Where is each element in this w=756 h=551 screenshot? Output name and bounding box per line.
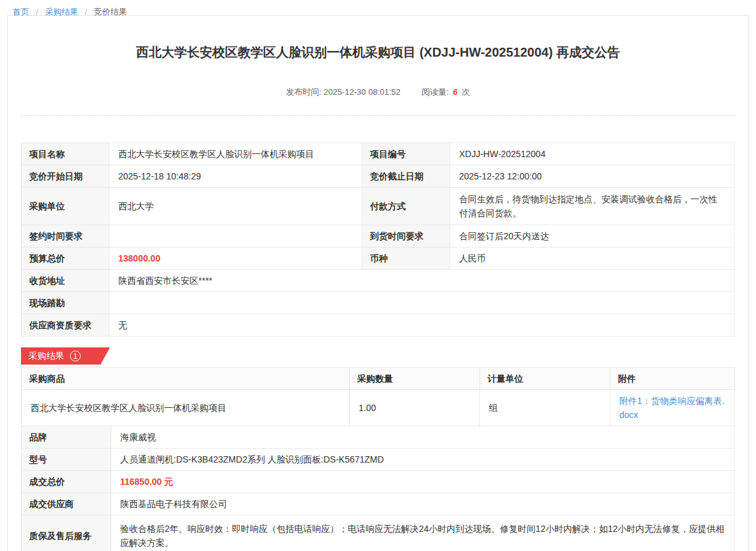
table-row: 采购单位 西北大学 付款方式 合同生效后，待货物到达指定地点、安装调试验收合格后… xyxy=(22,188,735,225)
publish-meta: 发布时间: 2025-12-30 08:01:52 阅读量: 6 次 xyxy=(21,87,735,98)
column-header-attachment: 附件 xyxy=(610,368,735,390)
column-header-product: 采购商品 xyxy=(22,368,350,390)
purchase-result-badge-label: 采购结果 xyxy=(29,351,64,362)
model-value: 人员通道闸机:DS-K3B423ZMD2系列 人脸识别面板:DS-K5671ZM… xyxy=(111,449,735,471)
column-header-quantity: 采购数量 xyxy=(350,368,480,390)
field-value: 人民币 xyxy=(450,248,735,270)
field-value: 合同生效后，待货物到达指定地点、安装调试验收合格后，一次性付清合同货款。 xyxy=(450,188,735,225)
table-row: 供应商资质要求 无 xyxy=(22,314,735,337)
warranty-value: 验收合格后2年。响应时效：即时响应（包括电话响应）；电话响应无法解决24小时内到… xyxy=(111,515,735,551)
purchase-result-badge-count: 1 xyxy=(70,351,81,361)
field-label: 到货时间要求 xyxy=(362,225,450,248)
field-value: 2025-12-23 12:00:00 xyxy=(450,165,735,188)
page-title: 西北大学长安校区教学区人脸识别一体机采购项目 (XDJJ-HW-20251200… xyxy=(21,44,735,61)
field-label: 收货地址 xyxy=(22,270,109,292)
breadcrumb: 首页 / 采购结果 / 竞价结果 xyxy=(0,0,756,15)
title-block: 西北大学长安校区教学区人脸识别一体机采购项目 (XDJJ-HW-20251200… xyxy=(21,44,735,116)
breadcrumb-separator: / xyxy=(36,7,39,17)
field-label: 成交供应商 xyxy=(22,493,111,515)
field-label: 质保及售后服务 xyxy=(22,515,111,551)
deal-total-price-value: 116850.00 元 xyxy=(111,471,735,493)
field-label: 成交总价 xyxy=(22,471,111,493)
field-value: 无 xyxy=(109,314,735,337)
field-label: 项目名称 xyxy=(22,143,109,165)
field-label: 预算总价 xyxy=(22,248,109,270)
field-label: 供应商资质要求 xyxy=(22,314,109,337)
table-row: 签约时间要求 到货时间要求 合同签订后20天内送达 xyxy=(22,225,735,248)
attachment-cell: 附件1：货物类响应偏离表.docx xyxy=(610,390,735,426)
table-header-row: 采购商品 采购数量 计量单位 附件 xyxy=(22,368,735,390)
field-value: 西北大学长安校区教学区人脸识别一体机采购项目 xyxy=(109,143,362,165)
field-value: 西北大学 xyxy=(109,188,362,225)
field-label: 付款方式 xyxy=(362,188,450,225)
table-row: 竞价开始日期 2025-12-18 10:48:29 竞价截止日期 2025-1… xyxy=(22,165,735,188)
table-row: 质保及售后服务 验收合格后2年。响应时效：即时响应（包括电话响应）；电话响应无法… xyxy=(22,515,735,551)
breadcrumb-home-link[interactable]: 首页 xyxy=(13,7,29,17)
field-label: 采购单位 xyxy=(22,188,109,225)
field-label: 项目编号 xyxy=(362,143,450,165)
purchase-result-table: 采购商品 采购数量 计量单位 附件 西北大学长安校区教学区人脸识别一体机采购项目… xyxy=(21,367,735,426)
budget-total-value: 138000.00 xyxy=(109,248,362,270)
field-label: 型号 xyxy=(22,449,111,471)
table-row: 品牌 海康威视 xyxy=(22,426,735,449)
table-row: 项目名称 西北大学长安校区教学区人脸识别一体机采购项目 项目编号 XDJJ-HW… xyxy=(22,143,735,165)
unit-cell: 组 xyxy=(480,390,610,426)
deal-detail-table: 品牌 海康威视 型号 人员通道闸机:DS-K3B423ZMD2系列 人脸识别面板… xyxy=(21,426,735,551)
breadcrumb-separator: / xyxy=(85,7,88,17)
field-label: 竞价开始日期 xyxy=(22,165,109,188)
breadcrumb-current-page: 竞价结果 xyxy=(94,7,127,17)
field-label: 竞价截止日期 xyxy=(362,165,450,188)
purchase-result-badge: 采购结果 1 xyxy=(21,347,110,365)
field-label: 签约时间要求 xyxy=(22,225,109,248)
field-value xyxy=(109,292,735,314)
field-value: 陕西省西安市长安区**** xyxy=(109,270,735,292)
field-value: XDJJ-HW-202512004 xyxy=(450,143,735,165)
read-count-value: 6 xyxy=(453,87,457,97)
announcement-card: 西北大学长安校区教学区人脸识别一体机采购项目 (XDJJ-HW-20251200… xyxy=(7,15,749,551)
table-row: 现场踏勘 xyxy=(22,292,735,314)
breadcrumb-purchase-results-link[interactable]: 采购结果 xyxy=(45,7,78,17)
project-info-table: 项目名称 西北大学长安校区教学区人脸识别一体机采购项目 项目编号 XDJJ-HW… xyxy=(21,143,735,337)
attachment-link[interactable]: 附件1：货物类响应偏离表.docx xyxy=(619,396,725,420)
table-row: 成交总价 116850.00 元 xyxy=(22,471,735,493)
column-header-unit: 计量单位 xyxy=(480,368,610,390)
brand-value: 海康威视 xyxy=(111,426,735,449)
table-row: 成交供应商 陕西基品电子科技有限公司 xyxy=(22,493,735,515)
product-name-cell: 西北大学长安校区教学区人脸识别一体机采购项目 xyxy=(22,390,350,426)
field-value xyxy=(109,225,362,248)
publish-time-label: 发布时间: xyxy=(286,87,322,97)
field-value: 2025-12-18 10:48:29 xyxy=(109,165,362,188)
supplier-value: 陕西基品电子科技有限公司 xyxy=(111,493,735,515)
field-label: 现场踏勘 xyxy=(22,292,109,314)
table-row: 西北大学长安校区教学区人脸识别一体机采购项目 1.00 组 附件1：货物类响应偏… xyxy=(22,390,735,426)
field-label: 品牌 xyxy=(22,426,111,449)
publish-time-value: 2025-12-30 08:01:52 xyxy=(324,87,401,97)
quantity-cell: 1.00 xyxy=(350,390,480,426)
field-value: 合同签订后20天内送达 xyxy=(450,225,735,248)
table-row: 预算总价 138000.00 币种 人民币 xyxy=(22,248,735,270)
table-row: 型号 人员通道闸机:DS-K3B423ZMD2系列 人脸识别面板:DS-K567… xyxy=(22,449,735,471)
table-row: 收货地址 陕西省西安市长安区**** xyxy=(22,270,735,292)
field-label: 币种 xyxy=(362,248,450,270)
read-count-unit: 次 xyxy=(462,87,470,97)
read-count-label: 阅读量: xyxy=(422,87,449,97)
